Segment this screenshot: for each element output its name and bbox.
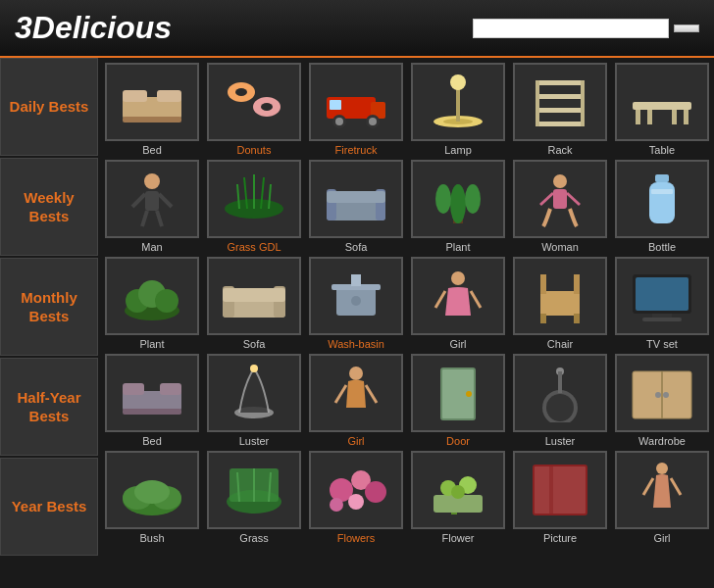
svg-rect-29: [672, 110, 677, 124]
item-label-bush: Bush: [139, 532, 164, 544]
item-label-tvset: TV set: [646, 338, 678, 350]
thumbnail-washbasin[interactable]: [309, 257, 403, 335]
item-label-man: Man: [141, 241, 162, 253]
grid-item-daily-4: Rack: [511, 63, 609, 156]
item-label-sofa: Sofa: [345, 241, 368, 253]
thumbnail-grass[interactable]: [207, 160, 301, 238]
grid-area: BedDonutsFiretruckLampRackTableManGrass …: [98, 58, 714, 558]
item-label-bottle: Bottle: [648, 241, 676, 253]
svg-point-87: [349, 367, 363, 380]
thumbnail-table[interactable]: [615, 63, 709, 141]
sidebar-btn-halfyear[interactable]: Half-Year Bests: [0, 358, 98, 456]
grid-item-year-2: Flowers: [307, 451, 405, 544]
item-label-firetruck: Firetruck: [335, 144, 378, 156]
svg-rect-121: [534, 466, 586, 514]
svg-line-88: [335, 385, 346, 403]
thumbnail-plant2[interactable]: [105, 257, 199, 335]
grid-row-year: BushGrassFlowersFlowerPictureGirl: [103, 451, 711, 544]
thumbnail-girl[interactable]: [411, 257, 505, 335]
thumbnail-sofa[interactable]: [309, 160, 403, 238]
thumbnail-grass2[interactable]: [207, 451, 301, 529]
svg-point-115: [330, 498, 343, 512]
item-label-flowers: Flowers: [337, 532, 376, 544]
sidebar-btn-daily[interactable]: Daily Bests: [0, 58, 98, 156]
svg-rect-96: [558, 371, 562, 393]
thumbnail-tvset[interactable]: [615, 257, 709, 335]
sidebar-btn-year[interactable]: Year Bests: [0, 458, 98, 556]
thumbnail-bed2[interactable]: [105, 354, 199, 432]
logo: 3Delicious: [15, 10, 172, 46]
svg-rect-45: [327, 191, 385, 203]
item-label-bed2: Bed: [142, 435, 162, 447]
grid-item-monthly-0: Plant: [103, 257, 201, 350]
svg-point-13: [369, 118, 377, 125]
sidebar-btn-weekly[interactable]: Weekly Bests: [0, 158, 98, 256]
thumbnail-lamp[interactable]: [411, 63, 505, 141]
svg-point-124: [656, 463, 668, 474]
item-label-bed: Bed: [142, 144, 162, 156]
svg-rect-54: [655, 174, 669, 182]
svg-line-125: [643, 478, 653, 495]
thumbnail-man[interactable]: [105, 160, 199, 238]
thumbnail-bed[interactable]: [105, 63, 199, 141]
grid-item-monthly-2: Wash-basin: [307, 257, 405, 350]
svg-point-48: [435, 184, 451, 214]
search-area: [473, 19, 699, 38]
svg-rect-73: [540, 274, 546, 294]
svg-rect-23: [536, 80, 539, 126]
svg-rect-76: [574, 314, 580, 323]
svg-rect-28: [647, 110, 652, 124]
svg-rect-31: [145, 191, 159, 211]
svg-point-7: [261, 103, 273, 111]
thumbnail-donuts[interactable]: [207, 63, 301, 141]
thumbnail-flower[interactable]: [411, 451, 505, 529]
item-label-woman: Woman: [541, 241, 579, 253]
thumbnail-woman[interactable]: [513, 160, 607, 238]
grid-item-daily-0: Bed: [103, 63, 201, 156]
svg-line-126: [671, 478, 681, 495]
grid-item-monthly-1: Sofa: [205, 257, 303, 350]
logo-text: Delicious: [32, 10, 172, 45]
search-input[interactable]: [480, 22, 607, 35]
grid-item-daily-5: Table: [613, 63, 711, 156]
svg-point-113: [365, 481, 386, 503]
thumbnail-plant[interactable]: [411, 160, 505, 238]
svg-line-35: [157, 211, 162, 226]
thumbnail-wardrobe[interactable]: [615, 354, 709, 432]
item-label-girl3: Girl: [653, 532, 670, 544]
item-label-sofa2: Sofa: [243, 338, 266, 350]
thumbnail-rack[interactable]: [513, 63, 607, 141]
thumbnail-picture[interactable]: [513, 451, 607, 529]
grid-item-year-0: Bush: [103, 451, 201, 544]
grid-row-daily: BedDonutsFiretruckLampRackTable: [103, 63, 711, 156]
svg-rect-80: [642, 318, 682, 321]
svg-rect-84: [123, 409, 181, 415]
thumbnail-bottle[interactable]: [615, 160, 709, 238]
grid-item-year-3: Flower: [409, 451, 507, 544]
svg-point-99: [655, 392, 661, 398]
grid-item-year-1: Grass: [205, 451, 303, 544]
grid-item-monthly-4: Chair: [511, 257, 609, 350]
thumbnail-bush[interactable]: [105, 451, 199, 529]
thumbnail-chair[interactable]: [513, 257, 607, 335]
svg-point-11: [335, 118, 343, 125]
svg-line-34: [142, 211, 147, 226]
svg-rect-3: [123, 117, 181, 122]
thumbnail-firetruck[interactable]: [309, 63, 403, 141]
svg-point-30: [144, 173, 160, 189]
grid-item-halfyear-2: Girl: [307, 354, 405, 447]
search-button[interactable]: [674, 24, 699, 32]
thumbnail-flowers[interactable]: [309, 451, 403, 529]
item-label-table: Table: [649, 144, 675, 156]
item-label-plant2: Plant: [139, 338, 164, 350]
thumbnail-sofa2[interactable]: [207, 257, 301, 335]
thumbnail-luster2[interactable]: [513, 354, 607, 432]
thumbnail-luster[interactable]: [207, 354, 301, 432]
svg-rect-26: [636, 110, 640, 124]
grid-item-halfyear-1: Luster: [205, 354, 303, 447]
item-label-donuts: Donuts: [237, 144, 272, 156]
thumbnail-girl3[interactable]: [615, 451, 709, 529]
sidebar-btn-monthly[interactable]: Monthly Bests: [0, 258, 98, 356]
thumbnail-girl2[interactable]: [309, 354, 403, 432]
thumbnail-door[interactable]: [411, 354, 505, 432]
